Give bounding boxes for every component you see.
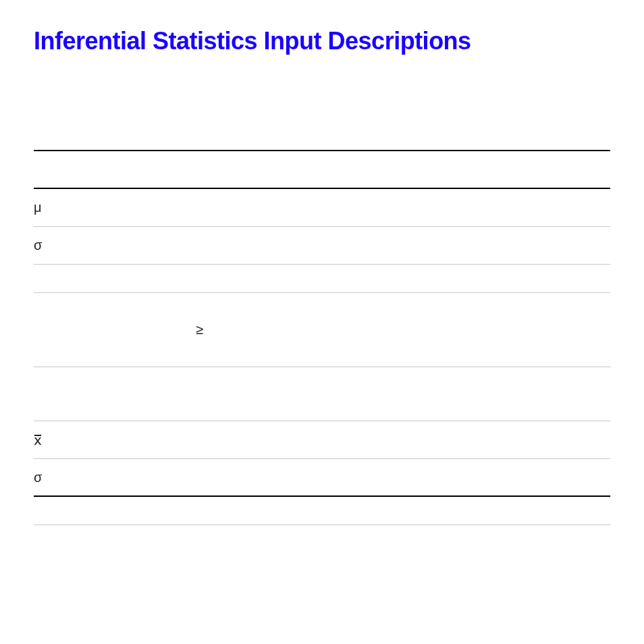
section-divider-top <box>34 150 610 151</box>
row-xbar: x̅ <box>34 421 610 459</box>
page-title: Inferential Statistics Input Description… <box>34 27 610 55</box>
row-footer <box>34 497 610 525</box>
row-spacer-1 <box>34 367 610 421</box>
row-sigma-2: σ <box>34 459 610 497</box>
table-header-1 <box>34 167 610 189</box>
row-mu: μ <box>34 189 610 227</box>
symbol-gte: ≥ <box>196 322 203 338</box>
row-empty-1 <box>34 265 610 293</box>
symbol-mu: μ <box>34 200 61 215</box>
symbol-sigma-2: σ <box>34 470 61 485</box>
row-sigma-1: σ <box>34 227 610 265</box>
symbol-xbar: x̅ <box>34 432 61 448</box>
symbol-sigma-1: σ <box>34 238 61 253</box>
row-gte: ≥ <box>34 293 610 367</box>
